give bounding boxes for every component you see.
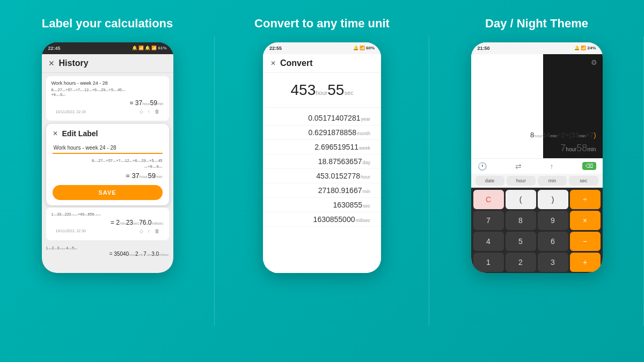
key-close-paren[interactable]: ) [538,190,568,209]
convert-header: ✕ Convert [263,54,381,73]
dialog-header: ✕ Edit Label [53,129,163,138]
convert-row-milisec: 1630855000milisec [263,212,381,227]
bookmark-icon-2[interactable]: ◇ [140,228,143,234]
history-date-2: 10/11/2022, 22:30 [56,229,86,233]
backspace-icon[interactable]: ⌫ [582,162,596,170]
key-6[interactable]: 6 [538,232,568,251]
save-button[interactable]: SAVE [53,185,163,200]
settings-icon[interactable]: ⚙ [591,58,597,67]
phone-frame-1: 22:45 🔔 📶 🔔 📶 61% ✕ History Work hours -… [42,42,173,273]
time-2: 22:55 [269,46,282,51]
convert-main-unit2: sec [344,90,353,96]
calc-unit-row: date hour min sec [471,174,603,188]
history-item-2: 1min33sec220milisec+49min856milisec = 2m… [46,208,169,240]
convert-row-day: 18.87563657day [263,154,381,169]
status-icons-2: 🔔 📶 60% [353,46,375,50]
dialog-close-icon[interactable]: ✕ [53,130,58,137]
convert-title: Convert [280,58,312,68]
section-theme: Day / Night Theme 21:50 🔔 📶 24% [429,0,644,362]
status-bar-3: 21:50 🔔 📶 24% [471,42,603,54]
status-icons-3: 🔔 📶 24% [574,46,596,50]
key-divide[interactable]: ÷ [570,190,601,209]
convert-main-num2: 55 [327,82,344,98]
share-icon[interactable]: ↑ [148,109,150,114]
unit-btn-date[interactable]: date [475,176,504,186]
convert-list: 0.05171407281year 0.6291878858month 2.69… [263,108,381,230]
key-2[interactable]: 2 [506,253,536,272]
unit-btn-hour[interactable]: hour [507,176,536,186]
calc-expression: 8hour14min÷2+(33min×7) [471,130,603,142]
convert-row-min: 27180.91667min [263,183,381,198]
key-4[interactable]: 4 [473,232,504,251]
key-1[interactable]: 1 [473,253,504,272]
convert-screen: ✕ Convert 453hour55sec 0.05171407281year… [263,54,381,273]
history-expr: 8hour27min+57min+7hour12min+6hour29min+5… [52,87,164,98]
calc-display: ⚙ 8hour14min÷2+(33min×7) 7hour58min [471,54,603,158]
history-actions: ◇ ↑ 🗑 [140,109,159,114]
history-actions-2: ◇ ↑ 🗑 [140,228,159,234]
status-icons-1: 🔔 📶 🔔 📶 61% [132,46,166,50]
history-footer: 10/11/2022, 22:15 ◇ ↑ 🗑 [52,107,164,116]
screen-content-1: ✕ History Work hours - week 24 - 28 8hou… [42,54,173,273]
delete-icon[interactable]: 🗑 [155,109,159,114]
history-label-text: Work hours - week 24 - 28 [52,80,164,86]
convert-value-display: 453hour55sec [263,73,381,108]
key-multiply[interactable]: × [570,211,601,230]
history-item3-result: = 35040hour2min7sec3.0milisec [46,251,169,257]
delete-icon-2[interactable]: 🗑 [155,228,159,234]
history-result: = 37hour59min [52,99,164,107]
convert-close-icon[interactable]: ✕ [270,60,276,67]
convert-main-num: 453 [290,82,316,98]
convert-icon[interactable]: ⇄ [515,162,522,171]
convert-row-hour: 453.0152778hour [263,169,381,183]
close-icon[interactable]: ✕ [48,59,55,68]
share-toolbar-icon[interactable]: ↑ [550,162,554,171]
calc-result: 7hour58min [471,143,603,158]
time-3: 21:50 [478,46,490,51]
clock-icon[interactable]: 🕐 [478,162,487,171]
calc-keypad: C ( ) ÷ 7 8 9 × 4 5 6 − 1 2 3 + [471,188,603,273]
share-icon-2[interactable]: ↑ [148,228,150,234]
dialog-expr: 8hour27min+57min+7hour12min+6hour29min+5… [53,158,163,169]
section-label: Label your calculations 22:45 🔔 📶 🔔 📶 61… [0,0,215,362]
section-convert: Convert to any time unit 22:55 🔔 📶 60% ✕… [215,0,429,362]
history-footer-2: 10/11/2022, 22:30 ◇ ↑ 🗑 [52,226,164,236]
section-theme-title: Day / Night Theme [485,16,588,32]
key-7[interactable]: 7 [473,211,504,230]
key-open-paren[interactable]: ( [506,190,536,209]
history-item-3-partial: 1min2sec3milisec4min5sec = 35040hour2min… [42,243,173,259]
dialog-title: Edit Label [62,129,98,138]
history-header: ✕ History [42,54,173,73]
key-3[interactable]: 3 [538,253,568,272]
convert-row-sec: 1630855sec [263,198,381,212]
section-convert-title: Convert to any time unit [254,16,390,32]
key-C[interactable]: C [473,190,504,209]
history-item-1: Work hours - week 24 - 28 8hour27min+57m… [46,76,169,121]
convert-row-week: 2.696519511week [263,140,381,154]
phone-frame-3: 21:50 🔔 📶 24% ⚙ [471,42,603,273]
bookmark-icon[interactable]: ◇ [140,109,143,114]
key-5[interactable]: 5 [506,232,536,251]
history-item2-result: = 2min23sec76.0milisec [52,219,164,226]
label-input[interactable] [53,143,163,154]
time-1: 22:45 [48,46,61,51]
history-item2-expr: 1min33sec220milisec+49min856milisec [52,212,164,217]
edit-label-dialog: ✕ Edit Label 8hour27min+57min+7hour12min… [46,124,169,205]
unit-btn-min[interactable]: min [538,176,567,186]
convert-main-unit: hour [316,90,327,96]
calc-toolbar: 🕐 ⇄ ↑ ⌫ [471,158,603,174]
key-subtract[interactable]: − [570,232,601,251]
history-date: 10/11/2022, 22:15 [56,110,86,114]
key-8[interactable]: 8 [506,211,536,230]
dialog-result: = 37hour59min [53,172,163,180]
key-add[interactable]: + [570,253,601,272]
section-label-title: Label your calculations [42,16,173,32]
key-9[interactable]: 9 [538,211,568,230]
calc-screen: ⚙ 8hour14min÷2+(33min×7) 7hour58min 🕐 ⇄ … [471,54,603,273]
convert-row-year: 0.05171407281year [263,111,381,125]
unit-btn-sec[interactable]: sec [569,176,598,186]
status-bar-2: 22:55 🔔 📶 60% [263,42,381,54]
convert-row-month: 0.6291878858month [263,125,381,140]
phone-frame-2: 22:55 🔔 📶 60% ✕ Convert 453hour55sec 0.0… [263,42,381,273]
history-title: History [59,58,89,68]
